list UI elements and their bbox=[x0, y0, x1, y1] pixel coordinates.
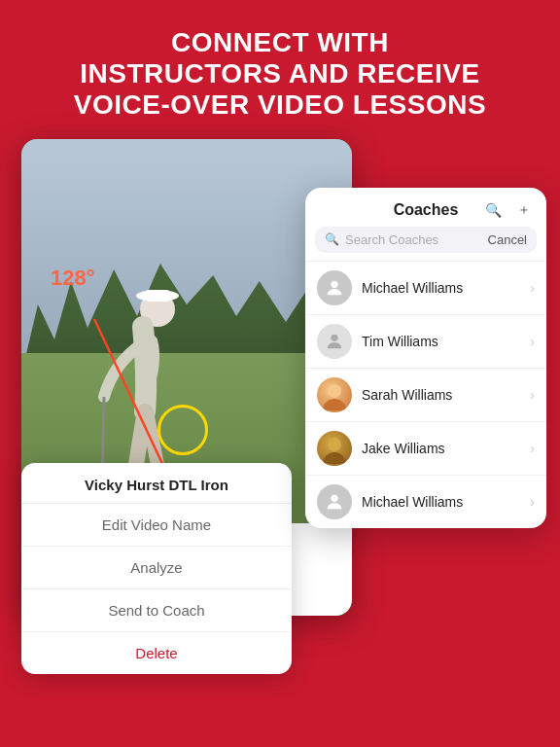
header-line1: CONNECT WITH bbox=[29, 27, 531, 58]
coach-name-5: Michael Williams bbox=[362, 494, 530, 510]
chevron-icon-3: › bbox=[530, 387, 535, 403]
search-bar[interactable]: 🔍 Search Coaches Cancel bbox=[315, 227, 537, 253]
coach-name-1: Michael Williams bbox=[362, 280, 530, 296]
action-menu: Vicky Hurst DTL Iron Edit Video Name Ana… bbox=[21, 463, 292, 674]
chevron-icon-1: › bbox=[530, 280, 535, 296]
coach-list: Michael Williams › Tim Williams › bbox=[305, 261, 546, 528]
action-menu-title: Vicky Hurst DTL Iron bbox=[21, 463, 292, 504]
coach-item-2[interactable]: Tim Williams › bbox=[305, 314, 546, 368]
chevron-icon-2: › bbox=[530, 334, 535, 349]
coaches-header: Coaches 🔍 ＋ bbox=[305, 188, 546, 227]
coaches-panel: Coaches 🔍 ＋ 🔍 Search Coaches Cancel bbox=[305, 188, 546, 528]
coach-avatar-5 bbox=[317, 484, 352, 519]
svg-point-8 bbox=[331, 334, 337, 340]
coach-avatar-3 bbox=[317, 377, 352, 412]
cancel-button[interactable]: Cancel bbox=[488, 232, 527, 247]
coaches-header-icons: 🔍 ＋ bbox=[482, 199, 535, 221]
svg-point-9 bbox=[328, 384, 341, 398]
search-input[interactable]: Search Coaches bbox=[345, 232, 482, 247]
svg-point-11 bbox=[331, 494, 337, 501]
coach-name-2: Tim Williams bbox=[362, 334, 530, 349]
yellow-circle-overlay bbox=[158, 405, 208, 455]
coach-avatar-4 bbox=[317, 431, 352, 466]
svg-point-7 bbox=[331, 280, 337, 287]
chevron-icon-5: › bbox=[530, 494, 535, 510]
coach-item-5[interactable]: Michael Williams › bbox=[305, 475, 546, 528]
coach-item-4[interactable]: Jake Williams › bbox=[305, 421, 546, 475]
header-line3: VOICE-OVER VIDEO LESSONS bbox=[29, 89, 531, 121]
angle-label: 128° bbox=[51, 266, 95, 291]
analyze-button[interactable]: Analyze bbox=[21, 547, 292, 589]
delete-button[interactable]: Delete bbox=[21, 632, 292, 674]
add-coach-icon[interactable]: ＋ bbox=[513, 199, 535, 221]
coach-avatar-2 bbox=[317, 324, 352, 359]
header-text: CONNECT WITH INSTRUCTORS AND RECEIVE VOI… bbox=[0, 0, 560, 139]
coach-name-3: Sarah Williams bbox=[362, 387, 530, 403]
coach-name-4: Jake Williams bbox=[362, 441, 530, 456]
coach-avatar-1 bbox=[317, 270, 352, 305]
coach-item-1[interactable]: Michael Williams › bbox=[305, 261, 546, 314]
svg-rect-2 bbox=[145, 290, 170, 302]
content-area: 128° Vicky Hurst DTL Iron Edit Video Nam… bbox=[0, 139, 560, 684]
search-bar-icon: 🔍 bbox=[325, 232, 339, 246]
edit-video-name-button[interactable]: Edit Video Name bbox=[21, 504, 292, 547]
coach-item-3[interactable]: Sarah Williams › bbox=[305, 368, 546, 421]
header-line2: INSTRUCTORS AND RECEIVE bbox=[29, 58, 531, 89]
svg-point-10 bbox=[328, 438, 341, 451]
send-to-coach-button[interactable]: Send to Coach bbox=[21, 589, 292, 632]
chevron-icon-4: › bbox=[530, 441, 535, 456]
search-icon[interactable]: 🔍 bbox=[482, 199, 504, 221]
